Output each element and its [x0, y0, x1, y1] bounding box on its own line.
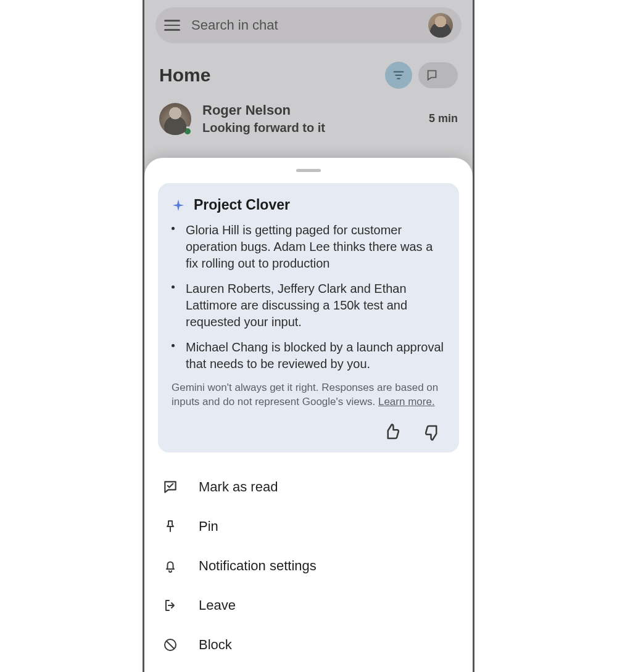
drag-handle[interactable] [296, 169, 321, 172]
ai-summary-card: Project Clover Gloria Hill is getting pa… [158, 183, 459, 453]
summary-bullet: Gloria Hill is getting paged for custome… [172, 222, 445, 272]
leave-item[interactable]: Leave [149, 586, 468, 625]
menu-label: Leave [199, 597, 236, 613]
bell-icon [162, 557, 179, 575]
pin-item[interactable]: Pin [149, 507, 468, 546]
thumbs-up-button[interactable] [383, 423, 401, 441]
summary-bullet: Lauren Roberts, Jeffery Clark and Ethan … [172, 281, 445, 330]
sparkle-icon [172, 199, 185, 212]
notification-settings-item[interactable]: Notification settings [149, 546, 468, 586]
thumbs-down-button[interactable] [423, 423, 442, 441]
menu-label: Pin [199, 518, 218, 535]
menu-label: Mark as read [199, 479, 278, 495]
menu-label: Block [199, 637, 232, 653]
thumbs-up-icon [383, 423, 401, 441]
action-menu: Mark as read Pin Notification settings L… [144, 464, 473, 665]
phone-frame: Search in chat Home Roger Nelson Looking… [143, 0, 474, 672]
leave-icon [162, 597, 179, 614]
block-icon [162, 636, 179, 654]
pin-icon [162, 518, 179, 535]
learn-more-link[interactable]: Learn more. [378, 396, 435, 408]
menu-label: Notification settings [199, 558, 317, 574]
mark-read-icon [162, 478, 179, 496]
mark-as-read-item[interactable]: Mark as read [149, 467, 468, 507]
summary-disclaimer: Gemini won't always get it right. Respon… [172, 381, 445, 409]
feedback-row [172, 423, 445, 441]
summary-bullets: Gloria Hill is getting paged for custome… [172, 222, 445, 372]
thumbs-down-icon [423, 423, 442, 441]
summary-header: Project Clover [172, 197, 445, 213]
block-item[interactable]: Block [149, 625, 468, 665]
summary-title: Project Clover [194, 197, 290, 213]
summary-bullet: Michael Chang is blocked by a launch app… [172, 339, 445, 372]
bottom-sheet: Project Clover Gloria Hill is getting pa… [144, 158, 473, 672]
